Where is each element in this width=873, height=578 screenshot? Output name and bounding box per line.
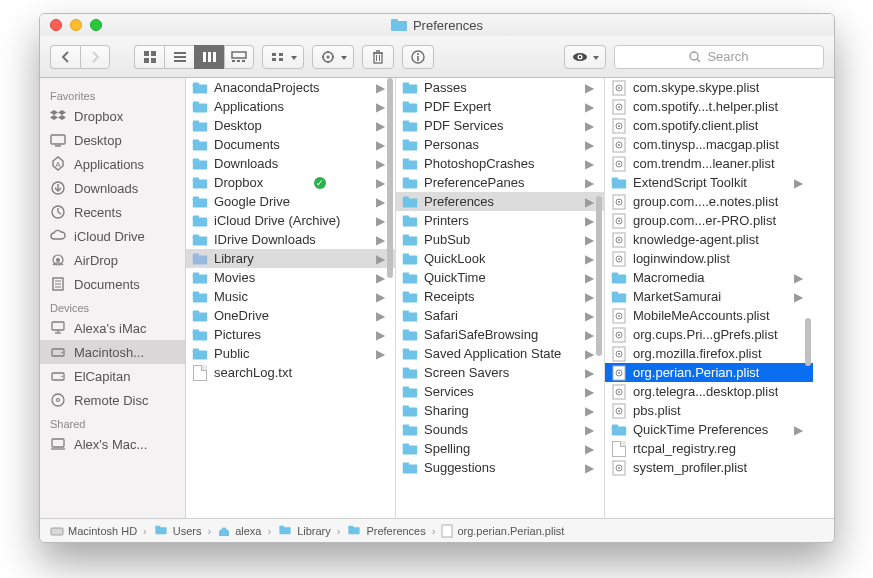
file-row[interactable]: PubSub ▶	[396, 230, 604, 249]
file-row[interactable]: Documents ▶	[186, 135, 395, 154]
sidebar-item-dropbox[interactable]: Dropbox	[40, 104, 185, 128]
file-row[interactable]: AnacondaProjects ▶	[186, 78, 395, 97]
file-row[interactable]: Google Drive ▶	[186, 192, 395, 211]
file-row[interactable]: org.mozilla.firefox.plist	[605, 344, 813, 363]
sidebar-item-alex-s-mac-[interactable]: Alex's Mac...	[40, 432, 185, 456]
sidebar-item-applications[interactable]: A Applications	[40, 152, 185, 176]
file-row[interactable]: Services ▶	[396, 382, 604, 401]
privacy-button[interactable]	[564, 45, 606, 69]
file-row[interactable]: SafariSafeBrowsing ▶	[396, 325, 604, 344]
path-item[interactable]: Library	[277, 524, 331, 538]
scrollbar[interactable]	[387, 78, 393, 518]
sidebar-item-macintosh-[interactable]: Macintosh...	[40, 340, 185, 364]
sidebar-item-remote-disc[interactable]: Remote Disc	[40, 388, 185, 412]
file-row[interactable]: Suggestions ▶	[396, 458, 604, 477]
path-item[interactable]: alexa	[217, 525, 261, 537]
file-row[interactable]: com.spotify.client.plist	[605, 116, 813, 135]
sidebar-item-downloads[interactable]: Downloads	[40, 176, 185, 200]
scrollbar[interactable]	[596, 78, 602, 518]
file-row[interactable]: knowledge-agent.plist	[605, 230, 813, 249]
minimize-button[interactable]	[70, 19, 82, 31]
scrollbar[interactable]	[805, 78, 811, 518]
file-row[interactable]: PhotoshopCrashes ▶	[396, 154, 604, 173]
forward-button[interactable]	[80, 45, 110, 69]
file-row[interactable]: com.tinysp...macgap.plist	[605, 135, 813, 154]
file-row[interactable]: org.perian.Perian.plist	[605, 363, 813, 382]
file-row[interactable]: Library ▶	[186, 249, 395, 268]
file-row[interactable]: searchLog.txt	[186, 363, 395, 382]
file-row[interactable]: group.com....e.notes.plist	[605, 192, 813, 211]
scroll-thumb[interactable]	[387, 78, 393, 278]
file-row[interactable]: QuickTime Preferences ▶	[605, 420, 813, 439]
sidebar-item-alexa-s-imac[interactable]: Alexa's iMac	[40, 316, 185, 340]
search-field[interactable]: Search	[614, 45, 824, 69]
file-row[interactable]: Personas ▶	[396, 135, 604, 154]
file-row[interactable]: system_profiler.plist	[605, 458, 813, 477]
file-row[interactable]: Saved Application State ▶	[396, 344, 604, 363]
file-row[interactable]: Public ▶	[186, 344, 395, 363]
file-row[interactable]: rtcpal_registry.reg	[605, 439, 813, 458]
path-item[interactable]: Preferences	[346, 524, 425, 538]
file-row[interactable]: com.trendm...leaner.plist	[605, 154, 813, 173]
sidebar-item-icloud-drive[interactable]: iCloud Drive	[40, 224, 185, 248]
column-scroll[interactable]: AnacondaProjects ▶ Applications ▶ Deskto…	[186, 78, 395, 518]
path-item[interactable]: Users	[153, 524, 202, 538]
arrange-button[interactable]	[262, 45, 304, 69]
file-row[interactable]: Spelling ▶	[396, 439, 604, 458]
file-row[interactable]: Downloads ▶	[186, 154, 395, 173]
file-row[interactable]: Safari ▶	[396, 306, 604, 325]
file-row[interactable]: Applications ▶	[186, 97, 395, 116]
back-button[interactable]	[50, 45, 80, 69]
scroll-thumb[interactable]	[805, 318, 811, 366]
file-row[interactable]: iCloud Drive (Archive) ▶	[186, 211, 395, 230]
file-row[interactable]: pbs.plist	[605, 401, 813, 420]
file-row[interactable]: Sharing ▶	[396, 401, 604, 420]
file-row[interactable]: PDF Services ▶	[396, 116, 604, 135]
file-row[interactable]: loginwindow.plist	[605, 249, 813, 268]
file-row[interactable]: Screen Savers ▶	[396, 363, 604, 382]
file-row[interactable]: Printers ▶	[396, 211, 604, 230]
file-row[interactable]: QuickLook ▶	[396, 249, 604, 268]
close-button[interactable]	[50, 19, 62, 31]
file-row[interactable]: com.spotify...t.helper.plist	[605, 97, 813, 116]
file-row[interactable]: IDrive Downloads ▶	[186, 230, 395, 249]
column-view-button[interactable]	[194, 45, 224, 69]
list-view-button[interactable]	[164, 45, 194, 69]
sidebar-item-recents[interactable]: Recents	[40, 200, 185, 224]
file-row[interactable]: QuickTime ▶	[396, 268, 604, 287]
file-row[interactable]: Music ▶	[186, 287, 395, 306]
file-row[interactable]: com.skype.skype.plist	[605, 78, 813, 97]
file-row[interactable]: Dropbox ✓ ▶	[186, 173, 395, 192]
file-row[interactable]: Pictures ▶	[186, 325, 395, 344]
file-row[interactable]: Desktop ▶	[186, 116, 395, 135]
file-row[interactable]: Passes ▶	[396, 78, 604, 97]
sidebar-item-elcapitan[interactable]: ElCapitan	[40, 364, 185, 388]
info-button[interactable]	[402, 45, 434, 69]
file-row[interactable]: MarketSamurai ▶	[605, 287, 813, 306]
file-row[interactable]: Receipts ▶	[396, 287, 604, 306]
column-scroll[interactable]: com.skype.skype.plist com.spotify...t.he…	[605, 78, 813, 518]
action-button[interactable]	[312, 45, 354, 69]
trash-button[interactable]	[362, 45, 394, 69]
file-row[interactable]: Sounds ▶	[396, 420, 604, 439]
file-row[interactable]: org.cups.Pri...gPrefs.plist	[605, 325, 813, 344]
path-item[interactable]: org.perian.Perian.plist	[441, 524, 564, 538]
file-row[interactable]: Movies ▶	[186, 268, 395, 287]
icon-view-button[interactable]	[134, 45, 164, 69]
zoom-button[interactable]	[90, 19, 102, 31]
file-row[interactable]: group.com...er-PRO.plist	[605, 211, 813, 230]
file-row[interactable]: ExtendScript Toolkit ▶	[605, 173, 813, 192]
file-row[interactable]: OneDrive ▶	[186, 306, 395, 325]
file-row[interactable]: PreferencePanes ▶	[396, 173, 604, 192]
column-scroll[interactable]: Passes ▶ PDF Expert ▶ PDF Services ▶ Per…	[396, 78, 604, 518]
file-row[interactable]: Preferences ▶	[396, 192, 604, 211]
gallery-view-button[interactable]	[224, 45, 254, 69]
sidebar-item-airdrop[interactable]: AirDrop	[40, 248, 185, 272]
file-row[interactable]: org.telegra...desktop.plist	[605, 382, 813, 401]
scroll-thumb[interactable]	[596, 196, 602, 356]
file-row[interactable]: PDF Expert ▶	[396, 97, 604, 116]
path-item[interactable]: Macintosh HD	[50, 525, 137, 537]
file-row[interactable]: Macromedia ▶	[605, 268, 813, 287]
sidebar-item-documents[interactable]: Documents	[40, 272, 185, 296]
sidebar-item-desktop[interactable]: Desktop	[40, 128, 185, 152]
